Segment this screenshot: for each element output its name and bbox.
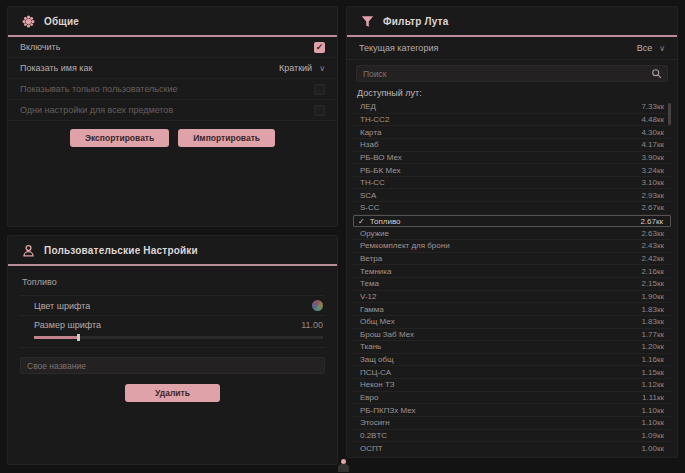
same-settings-row: Одни настройки для всех предметов	[8, 100, 337, 121]
font-color-row: Цвет шрифта	[20, 295, 325, 315]
category-select[interactable]: Все ∨	[637, 43, 665, 53]
loot-item-row[interactable]: Темника 2.16кк	[353, 265, 671, 278]
loot-item-name: ПСЦ-СА	[360, 368, 391, 377]
loot-item-row[interactable]: ОСПТ 1.00кк	[353, 442, 671, 451]
loot-item-name: РБ-ВО Мех	[360, 153, 402, 162]
loot-item-name: Общ Мех	[360, 317, 395, 326]
loot-item-value: 1.20кк	[641, 342, 664, 351]
loot-item-row[interactable]: ✓Топливо 2.67кк	[353, 215, 671, 228]
loot-item-value: 1.83кк	[641, 317, 664, 326]
mascot-body	[338, 464, 349, 472]
loot-item-value: 1.00кк	[641, 444, 664, 451]
loot-item-name: Брош Заб Мех	[360, 330, 414, 339]
font-size-slider[interactable]	[34, 336, 323, 339]
loot-item-value: 3.90кк	[641, 153, 664, 162]
custom-name-input[interactable]	[20, 357, 325, 374]
loot-item-row[interactable]: S-СС 2.67кк	[353, 202, 671, 215]
loot-item-row[interactable]: ЛЕД 7.33кк	[353, 101, 671, 114]
name-mode-value: Краткий	[279, 63, 312, 73]
loot-item-name: Оружие	[360, 229, 389, 238]
slider-handle[interactable]	[77, 334, 80, 341]
loot-item-name: Темника	[360, 267, 391, 276]
funnel-icon	[361, 15, 374, 28]
loot-item-name: Евро	[360, 393, 378, 402]
loot-item-row[interactable]: Ткань 1.20кк	[353, 341, 671, 354]
loot-item-row[interactable]: V-12 1.90кк	[353, 291, 671, 304]
same-settings-label: Одни настройки для всех предметов	[20, 105, 173, 115]
loot-item-name: РБ-БК Мех	[360, 166, 400, 175]
same-settings-checkbox[interactable]	[314, 105, 325, 116]
loot-item-row[interactable]: Общ Мех 1.83кк	[353, 316, 671, 329]
font-size-row: Размер шрифта 11.00	[20, 315, 325, 334]
user-settings-content: Топливо Цвет шрифта Размер шрифта 11.00	[8, 266, 337, 402]
loot-item-row[interactable]: Брош Заб Мех 1.77кк	[353, 329, 671, 342]
loot-item-value: 1.90кк	[641, 292, 664, 301]
loot-item-row[interactable]: ПСЦ-СА 1.15кк	[353, 366, 671, 379]
user-settings-header: Пользовательские Настройки	[8, 236, 337, 264]
loot-list: ЛЕД 7.33кк ТН-СС2 4.48кк Карта 4.30кк Нз…	[353, 101, 671, 451]
loot-item-value: 2.67кк	[641, 203, 664, 212]
user-settings-title: Пользовательские Настройки	[44, 245, 198, 256]
loot-item-value: 1.12кк	[641, 380, 664, 389]
loot-item-value: 3.10кк	[641, 178, 664, 187]
color-wheel-icon[interactable]	[312, 300, 323, 311]
loot-item-row[interactable]: Нзаб 4.17кк	[353, 139, 671, 152]
loot-item-value: 1.77кк	[641, 330, 664, 339]
gear-icon	[22, 15, 35, 28]
loot-item-value: 2.93кк	[641, 191, 664, 200]
loot-item-row[interactable]: РБ-БК Мех 3.24кк	[353, 164, 671, 177]
loot-filter-title: Фильтр Лута	[383, 16, 448, 27]
loot-item-value: 1.10кк	[641, 418, 664, 427]
selected-item-label: Топливо	[20, 275, 325, 295]
only-custom-checkbox[interactable]	[314, 84, 325, 95]
font-size-value: 11.00	[301, 320, 323, 330]
left-column: Общие Включить ✓ Показать имя как Кратки…	[7, 6, 338, 467]
loot-item-row[interactable]: Тема 2.15кк	[353, 278, 671, 291]
loot-item-row[interactable]: РБ-ВО Мех 3.90кк	[353, 152, 671, 165]
loot-item-value: 4.48кк	[641, 115, 664, 124]
user-icon	[22, 244, 35, 257]
mascot-icon[interactable]	[337, 459, 350, 472]
loot-item-row[interactable]: РБ-ПКПЗх Мех 1.10кк	[353, 404, 671, 417]
category-label: Текущая категория	[359, 43, 438, 53]
loot-item-row[interactable]: ТН-СС2 4.48кк	[353, 114, 671, 127]
export-button[interactable]: Экспортировать	[70, 129, 169, 147]
delete-button[interactable]: Удалить	[125, 384, 220, 402]
enable-checkbox[interactable]: ✓	[314, 42, 325, 53]
category-row: Текущая категория Все ∨	[347, 37, 677, 60]
loot-item-row[interactable]: Защ общ 1.16кк	[353, 354, 671, 367]
loot-item-row[interactable]: Ветра 2.42кк	[353, 253, 671, 266]
delete-row: Удалить	[20, 374, 325, 402]
loot-item-name: Тема	[360, 279, 379, 288]
loot-item-row[interactable]: Евро 1.11кк	[353, 392, 671, 405]
loot-item-row[interactable]: ТН-СС 3.10кк	[353, 177, 671, 190]
loot-item-value: 2.63кк	[641, 229, 664, 238]
loot-item-row[interactable]: Оружие 2.63кк	[353, 227, 671, 240]
loot-item-name: S-СС	[360, 203, 380, 212]
loot-item-row[interactable]: 0.2BTC 1.09кк	[353, 430, 671, 443]
scrollbar-thumb[interactable]	[668, 103, 671, 125]
name-mode-row: Показать имя как Краткий ∨	[8, 58, 337, 79]
loot-item-row[interactable]: SCA 2.93кк	[353, 189, 671, 202]
loot-item-row[interactable]: Ремкомплект для брони 2.43кк	[353, 240, 671, 253]
loot-item-row[interactable]: Гамма 1.83кк	[353, 303, 671, 316]
loot-item-value: 1.09кк	[641, 431, 664, 440]
loot-item-name: ЛЕД	[360, 102, 376, 111]
loot-item-name: ОСПТ	[360, 444, 383, 451]
name-mode-select[interactable]: Краткий ∨	[279, 63, 325, 73]
loot-item-name: ✓Топливо	[358, 217, 401, 226]
loot-item-row[interactable]: Некон ТЗ 1.12кк	[353, 379, 671, 392]
font-size-label: Размер шрифта	[34, 320, 101, 330]
loot-item-row[interactable]: Карта 4.30кк	[353, 126, 671, 139]
loot-item-name: Этосигн	[360, 418, 390, 427]
loot-item-name: РБ-ПКПЗх Мех	[360, 406, 416, 415]
loot-item-name: Гамма	[360, 305, 384, 314]
loot-item-value: 4.30кк	[641, 128, 664, 137]
category-value: Все	[637, 43, 653, 53]
loot-item-name: Ткань	[360, 342, 381, 351]
import-button[interactable]: Импортировать	[178, 129, 275, 147]
loot-item-name: Ветра	[360, 254, 382, 263]
search-input[interactable]	[363, 69, 651, 79]
loot-item-row[interactable]: Этосигн 1.10кк	[353, 417, 671, 430]
general-panel: Общие Включить ✓ Показать имя как Кратки…	[7, 6, 338, 227]
